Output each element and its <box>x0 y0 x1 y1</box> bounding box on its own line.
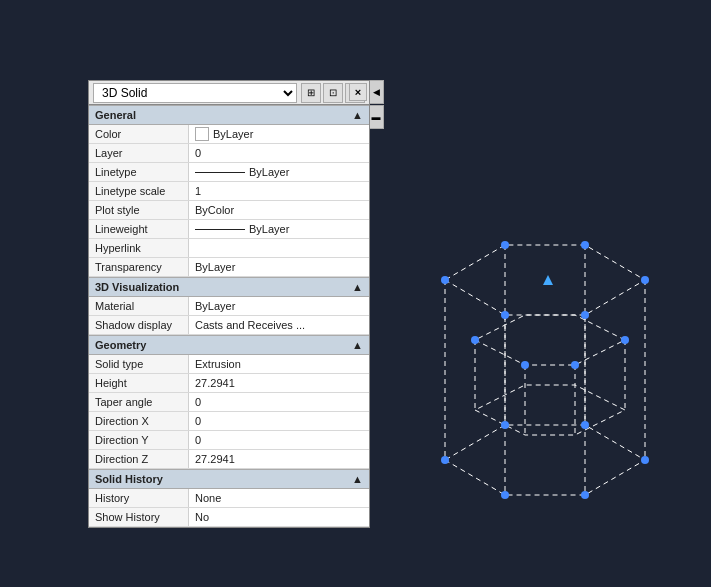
prop-layer-value[interactable]: 0 <box>189 144 369 162</box>
prop-linetype-scale-label: Linetype scale <box>89 182 189 200</box>
object-type-select[interactable]: 3D Solid <box>93 83 297 103</box>
prop-shadow-display-label: Shadow display <box>89 316 189 334</box>
svg-marker-8 <box>475 315 625 365</box>
section-geometry[interactable]: Geometry ▲ <box>89 335 369 355</box>
svg-point-16 <box>581 491 589 499</box>
prop-lineweight-value[interactable]: ByLayer <box>189 220 369 238</box>
section-general[interactable]: General ▲ <box>89 105 369 125</box>
svg-point-18 <box>581 421 589 429</box>
svg-point-23 <box>641 276 649 284</box>
prop-height-value[interactable]: 27.2941 <box>189 374 369 392</box>
prop-transparency: Transparency ByLayer <box>89 258 369 277</box>
section-geometry-label: Geometry <box>95 339 146 351</box>
svg-point-17 <box>641 456 649 464</box>
prop-hyperlink: Hyperlink <box>89 239 369 258</box>
prop-direction-z: Direction Z 27.2941 <box>89 450 369 469</box>
prop-lineweight: Lineweight ByLayer <box>89 220 369 239</box>
general-props: Color ByLayer Layer 0 Linetype ByLayer L… <box>89 125 369 277</box>
prop-material-value[interactable]: ByLayer <box>189 297 369 315</box>
section-visualization-label: 3D Visualization <box>95 281 179 293</box>
prop-linetype-value[interactable]: ByLayer <box>189 163 369 181</box>
solid-history-props: History None Show History No <box>89 489 369 527</box>
panel-btn-2[interactable]: ⊡ <box>323 83 343 103</box>
section-general-arrow: ▲ <box>352 109 363 121</box>
svg-point-15 <box>501 491 509 499</box>
prop-height-label: Height <box>89 374 189 392</box>
3d-shape-viewport <box>395 80 695 570</box>
prop-direction-x-label: Direction X <box>89 412 189 430</box>
prop-linetype-scale-value[interactable]: 1 <box>189 182 369 200</box>
prop-material-label: Material <box>89 297 189 315</box>
panel-btn-1[interactable]: ⊞ <box>301 83 321 103</box>
section-solid-history-label: Solid History <box>95 473 163 485</box>
prop-history: History None <box>89 489 369 508</box>
svg-point-14 <box>441 456 449 464</box>
section-geometry-arrow: ▲ <box>352 339 363 351</box>
prop-layer: Layer 0 <box>89 144 369 163</box>
section-visualization-arrow: ▲ <box>352 281 363 293</box>
prop-hyperlink-value[interactable] <box>189 239 369 257</box>
prop-direction-y-label: Direction Y <box>89 431 189 449</box>
prop-history-label: History <box>89 489 189 507</box>
section-visualization[interactable]: 3D Visualization ▲ <box>89 277 369 297</box>
linetype-line-icon <box>195 172 245 173</box>
section-solid-history[interactable]: Solid History ▲ <box>89 469 369 489</box>
prop-plot-style-value[interactable]: ByColor <box>189 201 369 219</box>
prop-history-value[interactable]: None <box>189 489 369 507</box>
svg-point-19 <box>501 421 509 429</box>
svg-point-29 <box>571 361 579 369</box>
prop-direction-z-value[interactable]: 27.2941 <box>189 450 369 468</box>
prop-plot-style: Plot style ByColor <box>89 201 369 220</box>
prop-direction-z-label: Direction Z <box>89 450 189 468</box>
svg-marker-13 <box>475 385 625 435</box>
prop-linetype-label: Linetype <box>89 163 189 181</box>
svg-marker-1 <box>445 245 645 315</box>
prop-taper-angle-value[interactable]: 0 <box>189 393 369 411</box>
collapse-left-btn[interactable]: ◀ <box>368 80 384 104</box>
prop-direction-y: Direction Y 0 <box>89 431 369 450</box>
prop-show-history: Show History No <box>89 508 369 527</box>
prop-shadow-display-value[interactable]: Casts and Receives ... <box>189 316 369 334</box>
prop-shadow-display: Shadow display Casts and Receives ... <box>89 316 369 335</box>
svg-point-24 <box>501 311 509 319</box>
visualization-props: Material ByLayer Shadow display Casts an… <box>89 297 369 335</box>
prop-transparency-label: Transparency <box>89 258 189 276</box>
section-general-label: General <box>95 109 136 121</box>
svg-point-21 <box>501 241 509 249</box>
prop-layer-label: Layer <box>89 144 189 162</box>
prop-color-value[interactable]: ByLayer <box>189 125 369 143</box>
prop-direction-x-value[interactable]: 0 <box>189 412 369 430</box>
prop-linetype-scale: Linetype scale 1 <box>89 182 369 201</box>
close-button[interactable]: × <box>349 83 367 101</box>
svg-point-26 <box>471 336 479 344</box>
prop-transparency-value[interactable]: ByLayer <box>189 258 369 276</box>
prop-plot-style-label: Plot style <box>89 201 189 219</box>
side-collapse-buttons[interactable]: ◀ ▬ <box>368 80 384 129</box>
expand-right-btn[interactable]: ▬ <box>368 105 384 129</box>
svg-marker-30 <box>543 275 553 285</box>
prop-height: Height 27.2941 <box>89 374 369 393</box>
panel-title-bar: 3D Solid ⊞ ⊡ ↗ × <box>89 81 369 105</box>
prop-solid-type-value[interactable]: Extrusion <box>189 355 369 373</box>
prop-direction-x: Direction X 0 <box>89 412 369 431</box>
section-solid-history-arrow: ▲ <box>352 473 363 485</box>
prop-show-history-value[interactable]: No <box>189 508 369 526</box>
geometry-props: Solid type Extrusion Height 27.2941 Tape… <box>89 355 369 469</box>
prop-color-label: Color <box>89 125 189 143</box>
prop-taper-angle-label: Taper angle <box>89 393 189 411</box>
svg-point-28 <box>521 361 529 369</box>
prop-solid-type: Solid type Extrusion <box>89 355 369 374</box>
lineweight-line-icon <box>195 229 245 230</box>
svg-point-20 <box>441 276 449 284</box>
prop-material: Material ByLayer <box>89 297 369 316</box>
prop-show-history-label: Show History <box>89 508 189 526</box>
svg-point-25 <box>581 311 589 319</box>
properties-panel: 3D Solid ⊞ ⊡ ↗ × General ▲ Color ByLayer… <box>88 80 370 528</box>
prop-taper-angle: Taper angle 0 <box>89 393 369 412</box>
prop-solid-type-label: Solid type <box>89 355 189 373</box>
svg-point-22 <box>581 241 589 249</box>
prop-color: Color ByLayer <box>89 125 369 144</box>
color-swatch <box>195 127 209 141</box>
prop-direction-y-value[interactable]: 0 <box>189 431 369 449</box>
svg-point-27 <box>621 336 629 344</box>
